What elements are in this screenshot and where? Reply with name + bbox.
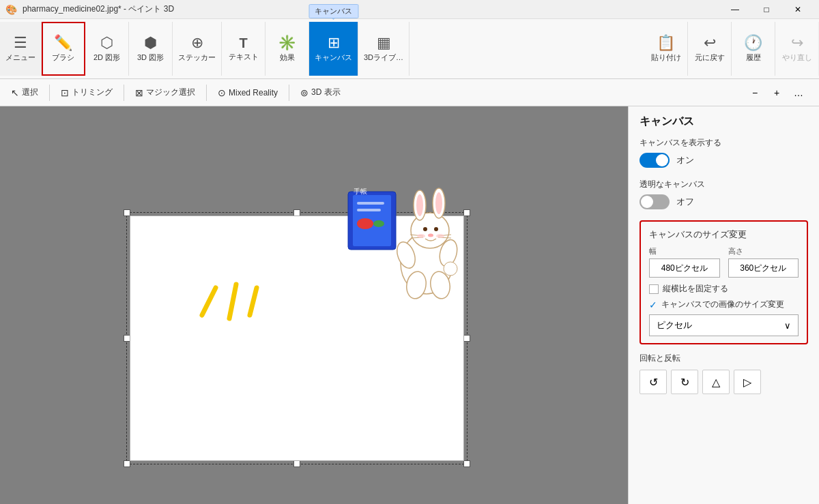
height-group: 高さ (728, 246, 799, 278)
redo-label: やり直し (782, 53, 812, 63)
cmd-mixed-reality-label: Mixed Reality (229, 88, 278, 98)
ribbon-history[interactable]: 🕐 履歴 (732, 22, 775, 76)
command-bar: ↖ 選択 ⊡ トリミング ⊠ マジック選択 ⊙ Mixed Reality ⊚ … (0, 79, 819, 106)
flip-vertical-button[interactable]: ▷ (734, 370, 761, 394)
close-button[interactable]: ✕ (782, 0, 814, 19)
ribbon-3dlive[interactable]: ▦ 3Dライブ… (358, 22, 410, 76)
zoom-more-button[interactable]: … (789, 83, 808, 102)
ribbon-2d[interactable]: ⬡ 2D 図形 (85, 22, 129, 76)
ribbon-3d[interactable]: ⬢ 3D 図形 (129, 22, 173, 76)
select-icon: ↖ (11, 87, 19, 98)
width-input[interactable] (649, 258, 720, 278)
yellow-lines (195, 281, 277, 336)
show-canvas-knob (656, 154, 668, 166)
transparent-toggle[interactable] (640, 194, 670, 209)
app-icon: 🎨 (5, 4, 17, 15)
resize-checkmark: ✓ (649, 299, 657, 310)
svg-line-2 (250, 288, 257, 315)
ribbon: ☰ メニュー ✏️ ブラシ ⬡ 2D 図形 ⬢ 3D 図形 ⊕ ステッカー T … (0, 19, 819, 79)
svg-point-15 (435, 192, 442, 214)
menu-button[interactable]: ☰ メニュー (0, 22, 42, 76)
width-group: 幅 (649, 246, 720, 278)
handle-bm[interactable] (293, 460, 300, 467)
resize-image-row[interactable]: ✓ キャンバスでの画像のサイズ変更 (649, 299, 799, 310)
rabbit-svg: 手帳 (345, 175, 474, 304)
sidebar: キャンバス キャンバスを表示する オン 透明なキャンバス オフ キャンバス (628, 106, 819, 504)
minimize-button[interactable]: — (719, 0, 751, 19)
size-inputs-row: 幅 高さ (649, 246, 799, 278)
lock-aspect-label: 縦横比を固定する (663, 283, 728, 295)
ribbon-effect[interactable]: ✳️ 効果 (265, 22, 309, 76)
svg-point-17 (434, 227, 438, 231)
svg-point-7 (357, 218, 373, 229)
ribbon-text[interactable]: T テキスト (222, 22, 265, 76)
canvas-area[interactable]: 手帳 (0, 106, 628, 504)
handle-mr[interactable] (463, 335, 470, 342)
cmd-trim[interactable]: ⊡ トリミング (55, 84, 118, 101)
show-canvas-toggle[interactable] (640, 153, 670, 168)
text-label: テキスト (229, 52, 259, 62)
window-title: pharmacy_medicine02.jpg* - ペイント 3D (23, 3, 174, 15)
handle-bl[interactable] (124, 460, 130, 467)
3dlive-icon: ▦ (377, 35, 391, 50)
magic-icon: ⊠ (135, 87, 143, 98)
3d-icon: ⬢ (144, 35, 157, 50)
zoom-plus-button[interactable]: + (767, 83, 786, 102)
height-input[interactable] (728, 258, 799, 278)
show-canvas-value: オン (676, 154, 694, 166)
lock-aspect-row[interactable]: 縦横比を固定する (649, 283, 799, 295)
lock-aspect-checkbox[interactable] (649, 284, 659, 294)
unit-dropdown[interactable]: ピクセル ∨ (649, 314, 799, 336)
separator-2 (124, 85, 124, 101)
undo-label: 元に戻す (695, 53, 725, 63)
rotation-section: 回転と反転 ↺ ↻ △ ▷ (640, 353, 808, 394)
redo-icon: ↪ (791, 35, 803, 50)
ribbon-brush[interactable]: ✏️ ブラシ (42, 22, 85, 76)
maximize-button[interactable]: □ (751, 0, 782, 19)
svg-point-8 (373, 220, 384, 227)
cmd-trim-label: トリミング (72, 87, 113, 98)
rotation-buttons: ↺ ↻ △ ▷ (640, 370, 808, 394)
cmd-mixed-reality[interactable]: ⊙ Mixed Reality (212, 85, 283, 101)
zoom-controls: − + … (745, 83, 808, 102)
cmd-3d-view[interactable]: ⊚ 3D 表示 (295, 84, 346, 101)
undo-icon: ↩ (704, 35, 716, 50)
sticker-icon: ⊕ (191, 35, 203, 50)
separator-1 (49, 85, 50, 101)
main-area: 手帳 (0, 106, 819, 504)
cmd-3d-view-label: 3D 表示 (311, 87, 341, 98)
sidebar-title: キャンバス (640, 115, 808, 129)
ribbon-undo[interactable]: ↩ 元に戻す (688, 22, 732, 76)
flip-horizontal-button[interactable]: △ (702, 370, 730, 394)
canvas-label: キャンバス (315, 53, 352, 63)
ribbon-redo[interactable]: ↪ やり直し (775, 22, 819, 76)
3d-label: 3D 図形 (137, 53, 164, 63)
3d-view-icon: ⊚ (300, 87, 308, 98)
cmd-select[interactable]: ↖ 選択 (5, 84, 44, 101)
rotation-title: 回転と反転 (640, 353, 808, 364)
ribbon-paste[interactable]: 📋 貼り付け (644, 22, 688, 76)
rotate-cw-button[interactable]: ↻ (671, 370, 698, 394)
effect-icon: ✳️ (278, 35, 296, 50)
brush-label: ブラシ (52, 53, 74, 63)
svg-point-29 (436, 234, 444, 238)
ribbon-sticker[interactable]: ⊕ ステッカー (173, 22, 222, 76)
cmd-magic[interactable]: ⊠ マジック選択 (130, 84, 201, 101)
unit-arrow: ∨ (784, 321, 791, 331)
history-label: 履歴 (746, 53, 761, 63)
mixed-reality-icon: ⊙ (218, 87, 226, 98)
svg-line-0 (202, 288, 216, 315)
ribbon-canvas[interactable]: キャンバス ⊞ キャンバス (309, 22, 358, 76)
show-canvas-section: キャンバスを表示する オン (640, 137, 808, 168)
rotate-ccw-button[interactable]: ↺ (640, 370, 667, 394)
transparent-section: 透明なキャンバス オフ (640, 179, 808, 209)
svg-text:手帳: 手帳 (354, 188, 367, 195)
handle-br[interactable] (463, 460, 470, 467)
menu-icon: ☰ (14, 35, 27, 50)
height-label: 高さ (728, 246, 799, 256)
separator-4 (289, 85, 289, 101)
zoom-minus-button[interactable]: − (745, 83, 764, 102)
cmd-magic-label: マジック選択 (146, 87, 195, 98)
window-controls: — □ ✕ (719, 0, 814, 19)
svg-point-18 (428, 234, 433, 237)
